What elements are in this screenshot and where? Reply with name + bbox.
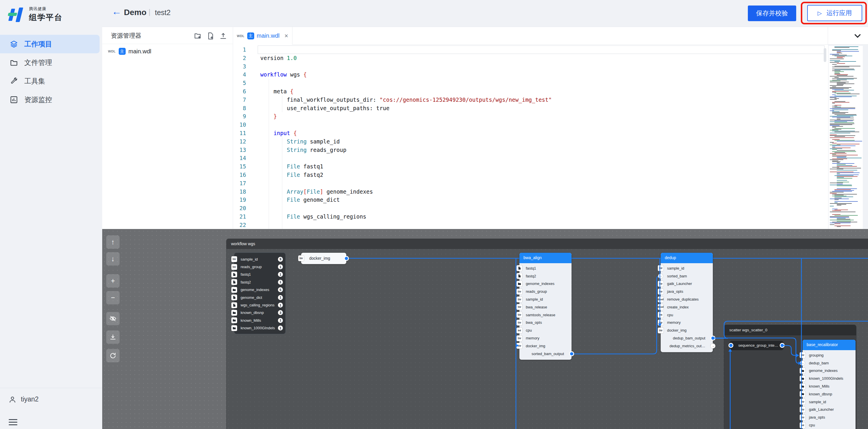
minimap-line [832, 129, 841, 130]
input-port[interactable]: → [658, 274, 663, 279]
task-node-dedup[interactable]: dedup Strsample_id→sorted_bamStrgatk_Lau… [661, 253, 713, 352]
workflow-inputs-node[interactable]: Strsample_id9Strreads_group1fastq11fastq… [234, 253, 286, 334]
code-line[interactable]: 20 [233, 204, 828, 212]
code-line[interactable]: 16 File fastq2 [233, 171, 828, 179]
input-port[interactable]: → [800, 361, 805, 366]
minimap-line [834, 77, 839, 78]
editor-minimap[interactable] [829, 46, 863, 229]
scatter-item-node[interactable]: sequence_group_inte… [730, 341, 783, 350]
minimap-line [837, 83, 846, 83]
brand-large: 组学平台 [29, 12, 63, 23]
code-line[interactable]: 21 File wgs_calling_regions [233, 212, 828, 221]
str-badge: Str [298, 255, 304, 261]
minimap-line [830, 211, 856, 212]
row-label: known_dbsnp [241, 310, 264, 315]
sidebar-item-label: 工作项目 [24, 39, 52, 49]
minimap-line [832, 64, 837, 65]
collapse-menu-icon[interactable] [9, 418, 18, 427]
code-line[interactable]: 11 input { [233, 129, 828, 137]
sidebar-item-toolset[interactable]: 工具集 [0, 72, 102, 90]
code-line[interactable]: 4workflow wgs { [233, 70, 828, 79]
sidebar-item-work-projects[interactable]: 工作项目 [0, 35, 100, 53]
editor-scrollbar[interactable] [824, 48, 826, 62]
str-badge: Str [517, 304, 522, 310]
back-button[interactable]: ← [112, 6, 122, 16]
minimap-line [830, 145, 840, 145]
node-row: known_Mills1 [234, 317, 285, 324]
folder-icon [231, 310, 237, 316]
code-line[interactable]: 3 [233, 62, 828, 71]
node-row: Intcpu [803, 421, 856, 429]
minimap-line [830, 87, 851, 88]
sidebar-item-resource-monitor[interactable]: 资源监控 [0, 90, 102, 109]
top-header: ← Demo | test2 保存并校验 ▷ 运行应用 [102, 0, 868, 27]
user-account[interactable]: tiyan2 [9, 395, 38, 403]
str-badge: Str [800, 399, 805, 405]
workflow-canvas[interactable]: workflow wgs scatter wgs_scatter_0 Strsa… [102, 229, 868, 429]
minimap-line [837, 205, 841, 205]
minimap-line [830, 184, 852, 185]
minimap-line [834, 74, 848, 75]
code-line[interactable]: 14 [233, 154, 828, 162]
code-line[interactable]: 13 String reads_group [233, 146, 828, 154]
resource-explorer-panel: 资源管理器 WDL 主 main.wdl [102, 27, 233, 229]
minimap-line [830, 135, 855, 136]
minimap-line [832, 154, 836, 154]
run-app-button[interactable]: ▷ 运行应用 [807, 5, 862, 21]
output-port[interactable] [711, 336, 715, 341]
file-item-main-wdl[interactable]: WDL 主 main.wdl [102, 44, 233, 59]
row-label: cpu [809, 423, 815, 427]
code-line[interactable]: 5 [233, 79, 828, 87]
code-line[interactable]: 7 final_workflow_outputs_dir: "cos://gen… [233, 96, 828, 104]
code-line[interactable]: 22 [233, 221, 828, 229]
minimap-line [830, 216, 849, 217]
code-line[interactable]: 9 } [233, 112, 828, 121]
code-line[interactable]: 10 [233, 121, 828, 129]
str-badge: Str [231, 256, 237, 262]
output-port[interactable] [780, 343, 785, 348]
tab-main-wdl[interactable]: WDL 主 main.wdl × [233, 27, 292, 45]
minimap-line [830, 108, 855, 109]
code-line[interactable]: 8 use_relative_output_paths: true [233, 104, 828, 112]
minimap-line [830, 125, 840, 126]
code-line[interactable]: 15 File fastq1 [233, 162, 828, 171]
minimap-line [837, 189, 857, 189]
code-line[interactable]: 2version 1.0 [233, 54, 828, 62]
docker-img-node[interactable]: Str docker_img [301, 253, 346, 264]
chevron-down-icon[interactable] [852, 31, 863, 41]
str-badge: Str [517, 320, 522, 325]
task-node-bwa-align[interactable]: bwa_align fastq1fastq2genome_indexesStrr… [519, 253, 571, 360]
code-line[interactable]: 17 [233, 179, 828, 188]
code-text: String sample_id [260, 137, 340, 146]
minimap-line [830, 133, 850, 133]
minimap-line [832, 69, 854, 69]
minimap-line [837, 168, 861, 168]
code-line[interactable]: 18 Array[File] genome_indexes [233, 188, 828, 196]
new-folder-icon[interactable] [194, 32, 202, 40]
code-line[interactable]: 19 File genome_dict [233, 196, 828, 204]
code-line[interactable]: 6 meta { [233, 87, 828, 96]
new-file-icon[interactable] [207, 32, 214, 40]
output-port[interactable] [344, 256, 349, 261]
str-badge: Str [658, 327, 663, 333]
minimap-line [837, 51, 859, 52]
tab-close-icon[interactable]: × [284, 32, 288, 40]
task-node-base-recalibrator[interactable]: base_recalibrator Strgrouping→dedup_bamg… [803, 340, 856, 429]
output-port[interactable]: → [711, 343, 715, 348]
code-editor[interactable]: 12version 1.034workflow wgs {56 meta {7 … [233, 45, 828, 229]
minimap-line [832, 111, 840, 112]
row-label: fastq2 [526, 274, 536, 278]
output-port[interactable] [569, 351, 574, 356]
save-validate-button[interactable]: 保存并校验 [748, 5, 796, 21]
sidebar-item-file-management[interactable]: 文件管理 [0, 53, 102, 72]
code-line[interactable]: 1 [233, 46, 828, 54]
upload-icon[interactable] [219, 32, 227, 40]
row-label: genome_dict [241, 295, 262, 300]
line-number: 20 [233, 204, 246, 212]
line-number: 17 [233, 179, 246, 188]
code-line[interactable]: 12 String sample_id [233, 137, 828, 146]
minimap-line [832, 194, 857, 195]
minimap-line [834, 152, 845, 153]
count-badge: 1 [278, 295, 283, 300]
input-port[interactable] [728, 343, 733, 348]
